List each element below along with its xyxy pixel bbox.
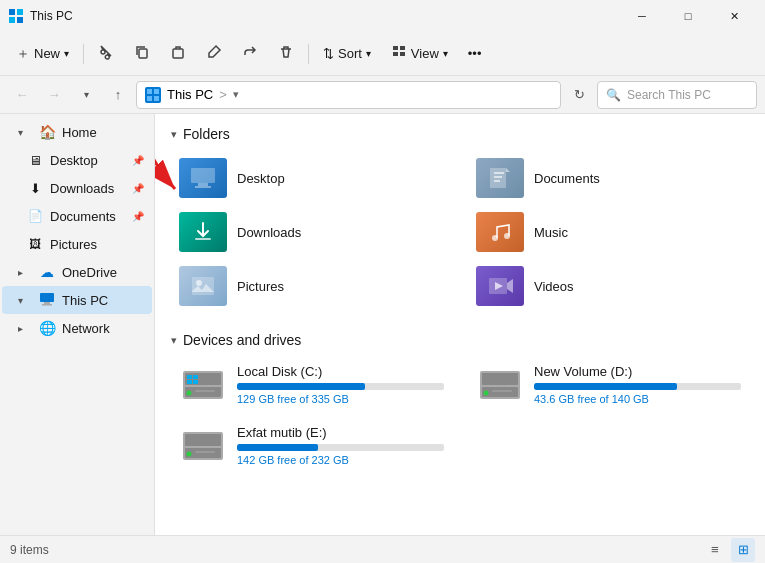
- grid-view-button[interactable]: ⊞: [731, 538, 755, 562]
- svg-rect-11: [154, 89, 159, 94]
- back-button[interactable]: ←: [8, 81, 36, 109]
- folder-item-desktop[interactable]: Desktop: [171, 152, 452, 204]
- sidebar-item-home[interactable]: ▾ 🏠 Home: [2, 118, 152, 146]
- status-view-controls: ≡ ⊞: [703, 538, 755, 562]
- drive-bar-fill-c: [237, 383, 365, 390]
- desktop-pin-icon: 📌: [132, 155, 144, 166]
- copy-icon: [134, 44, 150, 63]
- folder-item-documents[interactable]: Documents: [468, 152, 749, 204]
- desktop-label: Desktop: [50, 153, 126, 168]
- folder-item-downloads[interactable]: Downloads: [171, 206, 452, 258]
- drive-info-e: Exfat mutib (E:) 142 GB free of 232 GB: [237, 425, 444, 466]
- drives-grid: Local Disk (C:) 129 GB free of 335 GB: [171, 358, 749, 472]
- drive-name-c: Local Disk (C:): [237, 364, 444, 379]
- sidebar-item-thispc[interactable]: ▾ This PC: [2, 286, 152, 314]
- svg-rect-9: [400, 52, 405, 56]
- new-button[interactable]: ＋ New ▾: [8, 37, 77, 71]
- rename-button[interactable]: [198, 37, 230, 71]
- more-icon: •••: [468, 46, 482, 61]
- folder-name-music: Music: [534, 225, 568, 240]
- copy-button[interactable]: [126, 37, 158, 71]
- more-button[interactable]: •••: [460, 37, 490, 71]
- address-box[interactable]: This PC > ▾: [136, 81, 561, 109]
- search-box[interactable]: 🔍 Search This PC: [597, 81, 757, 109]
- list-view-icon: ≡: [711, 542, 719, 557]
- delete-button[interactable]: [270, 37, 302, 71]
- close-button[interactable]: ✕: [711, 0, 757, 32]
- sidebar-item-onedrive[interactable]: ▸ ☁ OneDrive: [2, 258, 152, 286]
- address-bar-row: ← → ▾ ↑ This PC > ▾ ↻ 🔍 Search This PC: [0, 76, 765, 114]
- forward-button[interactable]: →: [40, 81, 68, 109]
- svg-rect-26: [195, 238, 211, 240]
- main-area: ▾ 🏠 Home 🖥 Desktop 📌 ⬇ Downloads 📌 📄 Doc…: [0, 114, 765, 535]
- drive-item-d[interactable]: New Volume (D:) 43.6 GB free of 140 GB: [468, 358, 749, 411]
- folder-name-pictures: Pictures: [237, 279, 284, 294]
- svg-rect-20: [195, 186, 211, 188]
- svg-rect-29: [192, 277, 214, 295]
- folders-grid: Desktop Documents: [171, 152, 749, 312]
- onedrive-label: OneDrive: [62, 265, 144, 280]
- cut-button[interactable]: [90, 37, 122, 71]
- drive-item-c[interactable]: Local Disk (C:) 129 GB free of 335 GB: [171, 358, 452, 411]
- share-button[interactable]: [234, 37, 266, 71]
- folder-thumb-pictures: [179, 266, 227, 306]
- folder-thumb-desktop: [179, 158, 227, 198]
- delete-icon: [278, 44, 294, 63]
- drive-item-e[interactable]: Exfat mutib (E:) 142 GB free of 232 GB: [171, 419, 452, 472]
- drive-bar-fill-d: [534, 383, 677, 390]
- window-controls: ─ □ ✕: [619, 0, 757, 32]
- devices-toggle-icon[interactable]: ▾: [171, 334, 177, 347]
- onedrive-icon: ☁: [38, 264, 56, 280]
- sidebar-item-pictures[interactable]: 🖼 Pictures: [2, 230, 152, 258]
- folder-thumb-music: [476, 212, 524, 252]
- documents-label: Documents: [50, 209, 126, 224]
- folder-item-music[interactable]: Music: [468, 206, 749, 258]
- svg-rect-2: [9, 17, 15, 23]
- svg-point-27: [492, 235, 498, 241]
- drive-name-d: New Volume (D:): [534, 364, 741, 379]
- sidebar-item-documents[interactable]: 📄 Documents 📌: [2, 202, 152, 230]
- sidebar-item-network[interactable]: ▸ 🌐 Network: [2, 314, 152, 342]
- documents-icon: 📄: [26, 209, 44, 223]
- search-placeholder: Search This PC: [627, 88, 711, 102]
- view-button[interactable]: View ▾: [383, 37, 456, 71]
- folder-item-pictures[interactable]: Pictures: [171, 260, 452, 312]
- folders-toggle-icon[interactable]: ▾: [171, 128, 177, 141]
- up-button[interactable]: ↑: [104, 81, 132, 109]
- refresh-button[interactable]: ↻: [565, 81, 593, 109]
- status-bar: 9 items ≡ ⊞: [0, 535, 765, 563]
- folder-name-desktop: Desktop: [237, 171, 285, 186]
- paste-icon: [170, 44, 186, 63]
- window-title: This PC: [30, 9, 73, 23]
- nav-dropdown-button[interactable]: ▾: [72, 81, 100, 109]
- svg-point-28: [504, 233, 510, 239]
- minimize-button[interactable]: ─: [619, 0, 665, 32]
- sidebar-item-downloads[interactable]: ⬇ Downloads 📌: [2, 174, 152, 202]
- sidebar-item-desktop[interactable]: 🖥 Desktop 📌: [2, 146, 152, 174]
- pictures-icon: 🖼: [26, 237, 44, 251]
- toolbar: ＋ New ▾ ⇅ Sort ▾: [0, 32, 765, 76]
- svg-marker-25: [506, 168, 510, 172]
- drive-free-d: 43.6 GB free of 140 GB: [534, 393, 741, 405]
- desktop-icon: 🖥: [26, 153, 44, 168]
- toolbar-separator-2: [308, 44, 309, 64]
- svg-rect-0: [9, 9, 15, 15]
- svg-rect-40: [187, 380, 192, 384]
- new-chevron-icon: ▾: [64, 48, 69, 59]
- svg-rect-16: [42, 304, 52, 306]
- sort-label: Sort: [338, 46, 362, 61]
- paste-button[interactable]: [162, 37, 194, 71]
- list-view-button[interactable]: ≡: [703, 538, 727, 562]
- drive-bar-bg-e: [237, 444, 444, 451]
- svg-rect-7: [400, 46, 405, 50]
- new-icon: ＋: [16, 45, 30, 63]
- svg-rect-38: [187, 375, 192, 379]
- view-label: View: [411, 46, 439, 61]
- svg-rect-15: [44, 302, 50, 304]
- drive-info-c: Local Disk (C:) 129 GB free of 335 GB: [237, 364, 444, 405]
- folder-item-videos[interactable]: Videos: [468, 260, 749, 312]
- svg-rect-43: [482, 373, 518, 385]
- drive-name-e: Exfat mutib (E:): [237, 425, 444, 440]
- maximize-button[interactable]: □: [665, 0, 711, 32]
- sort-button[interactable]: ⇅ Sort ▾: [315, 37, 379, 71]
